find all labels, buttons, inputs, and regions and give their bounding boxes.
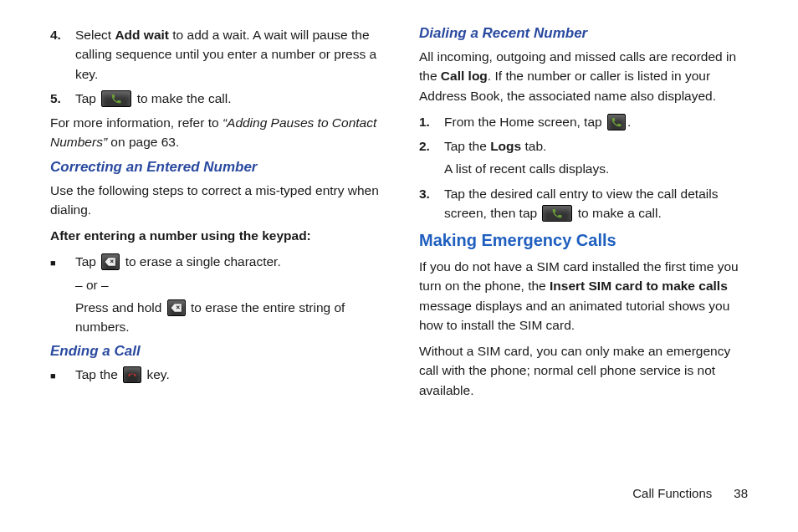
step-number: 2. <box>419 136 444 179</box>
text: A list of recent calls displays. <box>444 159 748 178</box>
correcting-intro: Use the following steps to correct a mis… <box>50 181 379 220</box>
text: Tap the <box>75 367 121 381</box>
step-body: Tap the desired call entry to view the c… <box>444 184 748 223</box>
text: Press and hold <box>75 300 166 315</box>
step-4: 4. Select Add wait to add a wait. A wait… <box>50 25 379 84</box>
step-number: 5. <box>50 89 75 108</box>
heading-ending: Ending a Call <box>50 343 379 360</box>
bullet-ending: ■ Tap the key. <box>50 365 379 384</box>
step-body: From the Home screen, tap . <box>444 112 748 131</box>
emergency-p2: Without a SIM card, you can only make an… <box>419 341 748 400</box>
heading-emergency: Making Emergency Calls <box>419 231 748 250</box>
step-3: 3. Tap the desired call entry to view th… <box>419 184 748 223</box>
bullet-body: Tap to erase a single character. – or – … <box>75 252 379 336</box>
step-2: 2. Tap the Logs tab. A list of recent ca… <box>419 136 748 179</box>
bullet-marker: ■ <box>50 252 75 336</box>
step-1: 1. From the Home screen, tap . <box>419 112 748 131</box>
bold-text: Call log <box>441 69 488 83</box>
footer-section: Call Functions <box>632 486 712 500</box>
call-icon <box>542 205 572 222</box>
footer-page: 38 <box>734 486 748 500</box>
step-number: 3. <box>419 184 444 223</box>
text: tab. <box>521 139 546 153</box>
text: to make a call. <box>578 206 662 220</box>
text: For more information, refer to <box>50 115 223 130</box>
text: . <box>627 115 631 129</box>
text: key. <box>146 367 169 381</box>
text: on page 63. <box>110 135 179 149</box>
text: Select <box>75 28 115 42</box>
text: Tap <box>75 254 100 269</box>
heading-correcting: Correcting an Entered Number <box>50 159 379 176</box>
step-body: Tap the Logs tab. A list of recent calls… <box>444 136 748 179</box>
text: message displays and an animated tutoria… <box>419 299 729 332</box>
text: to erase a single character. <box>125 254 281 269</box>
heading-dialing-recent: Dialing a Recent Number <box>419 25 748 42</box>
bold-text: Insert SIM card to make calls <box>550 279 728 293</box>
bullet-body: Tap the key. <box>75 365 170 384</box>
emergency-p1: If you do not have a SIM card installed … <box>419 257 748 335</box>
bullet-marker: ■ <box>50 365 75 384</box>
page-footer: Call Functions 38 <box>632 486 748 500</box>
step-5: 5. Tap to make the call. <box>50 89 379 108</box>
right-column: Dialing a Recent Number All incoming, ou… <box>419 25 748 407</box>
step-number: 4. <box>50 25 75 84</box>
after-entering-heading: After entering a number using the keypad… <box>50 226 379 245</box>
page-body: 4. Select Add wait to add a wait. A wait… <box>0 0 798 407</box>
or-separator: – or – <box>75 275 379 294</box>
call-icon <box>101 90 131 107</box>
text: Tap the <box>444 139 490 153</box>
bold-text: Add wait <box>115 28 169 42</box>
step-body: Select Add wait to add a wait. A wait wi… <box>75 25 379 84</box>
backspace-icon <box>101 253 120 270</box>
bullet-erase: ■ Tap to erase a single character. – or … <box>50 252 379 336</box>
text: From the Home screen, tap <box>444 115 606 129</box>
reference-line: For more information, refer to “Adding P… <box>50 113 379 152</box>
left-column: 4. Select Add wait to add a wait. A wait… <box>50 25 379 407</box>
dialing-intro: All incoming, outgoing and missed calls … <box>419 47 748 105</box>
step-body: Tap to make the call. <box>75 89 379 108</box>
endcall-icon <box>123 366 141 383</box>
step-number: 1. <box>419 112 444 131</box>
phone-app-icon <box>607 114 626 130</box>
text: Tap <box>75 91 100 105</box>
bold-text: Logs <box>490 139 521 153</box>
backspace-icon <box>167 299 186 316</box>
text: to make the call. <box>137 91 232 105</box>
